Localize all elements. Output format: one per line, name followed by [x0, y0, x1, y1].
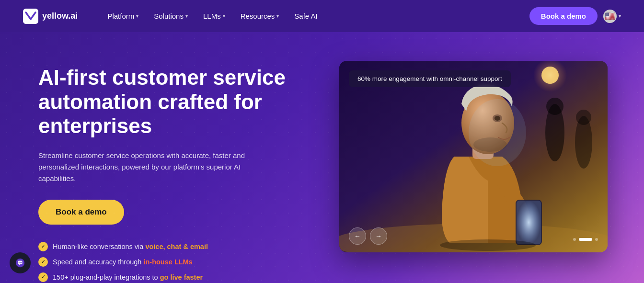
scene-svg — [339, 61, 608, 252]
navigation: yellow.ai Platform ▾ Solutions ▾ LLMs ▾ … — [0, 0, 644, 32]
platform-chevron-icon: ▾ — [136, 13, 138, 19]
carousel-dots — [573, 238, 598, 241]
hero-subtitle: Streamline customer service operations w… — [38, 150, 249, 184]
feature-1-text: Human-like conversations via — [53, 243, 145, 250]
check-icon-1: ✓ — [38, 242, 48, 251]
feature-list: ✓ Human-like conversations via voice, ch… — [38, 242, 288, 282]
chat-float-button[interactable] — [10, 252, 31, 273]
feature-item-1: ✓ Human-like conversations via voice, ch… — [38, 242, 288, 251]
chat-icon — [15, 258, 25, 268]
nav-llms[interactable]: LLMs ▾ — [196, 8, 232, 24]
nav-right: Book a demo 🇺🇸 ▾ — [529, 7, 621, 25]
feature-3-text: 150+ plug-and-play integrations to — [53, 273, 160, 281]
brand-name: yellow.ai — [42, 11, 78, 21]
carousel-controls: ← → — [349, 227, 387, 245]
nav-solutions[interactable]: Solutions ▾ — [147, 8, 195, 24]
carousel-prev-button[interactable]: ← — [349, 227, 366, 245]
carousel-next-button[interactable]: → — [370, 227, 387, 245]
engagement-badge: 60% more engagement with omni-channel su… — [349, 70, 511, 87]
check-icon-2: ✓ — [38, 257, 48, 267]
svg-point-21 — [21, 262, 22, 263]
nav-book-demo-button[interactable]: Book a demo — [529, 7, 598, 25]
lang-chevron-icon: ▾ — [619, 13, 621, 19]
badge-text: 60% more engagement with omni-channel su… — [357, 75, 502, 82]
feature-2-text: Speed and accuracy through — [53, 258, 143, 266]
llms-chevron-icon: ▾ — [223, 13, 225, 19]
svg-point-19 — [19, 262, 20, 263]
solutions-chevron-icon: ▾ — [185, 13, 188, 19]
svg-point-16 — [469, 99, 526, 166]
flag-icon: 🇺🇸 — [603, 10, 617, 23]
feature-1-link[interactable]: voice, chat & email — [145, 243, 208, 250]
card-image — [339, 61, 608, 252]
carousel-dot-3[interactable] — [595, 238, 598, 241]
resources-chevron-icon: ▾ — [276, 13, 279, 19]
svg-rect-0 — [23, 9, 38, 24]
check-icon-3: ✓ — [38, 272, 48, 282]
feature-2-link[interactable]: in-house LLMs — [143, 258, 192, 266]
svg-point-17 — [440, 239, 536, 251]
carousel-dot-1[interactable] — [573, 238, 576, 241]
hero-content-left: AI-first customer service automation cra… — [38, 61, 288, 282]
svg-rect-15 — [517, 201, 541, 244]
feature-3-link[interactable]: go live faster — [160, 273, 203, 281]
nav-resources[interactable]: Resources ▾ — [234, 8, 286, 24]
logo[interactable]: yellow.ai — [23, 9, 78, 24]
svg-point-8 — [576, 110, 591, 125]
hero-book-demo-button[interactable]: Book a demo — [38, 200, 124, 225]
language-selector[interactable]: 🇺🇸 ▾ — [603, 10, 621, 23]
nav-links: Platform ▾ Solutions ▾ LLMs ▾ Resources … — [101, 8, 529, 24]
hero-content-right: 60% more engagement with omni-channel su… — [326, 61, 621, 252]
hero-section: AI-first customer service automation cra… — [0, 32, 644, 283]
nav-safe-ai[interactable]: Safe AI — [288, 8, 324, 24]
hero-title: AI-first customer service automation cra… — [38, 66, 288, 138]
nav-platform[interactable]: Platform ▾ — [101, 8, 145, 24]
svg-point-20 — [20, 262, 21, 263]
carousel-dot-2[interactable] — [579, 238, 592, 241]
image-card: 60% more engagement with omni-channel su… — [339, 61, 608, 252]
svg-point-6 — [546, 98, 564, 115]
feature-item-3: ✓ 150+ plug-and-play integrations to go … — [38, 272, 288, 282]
feature-item-2: ✓ Speed and accuracy through in-house LL… — [38, 257, 288, 267]
